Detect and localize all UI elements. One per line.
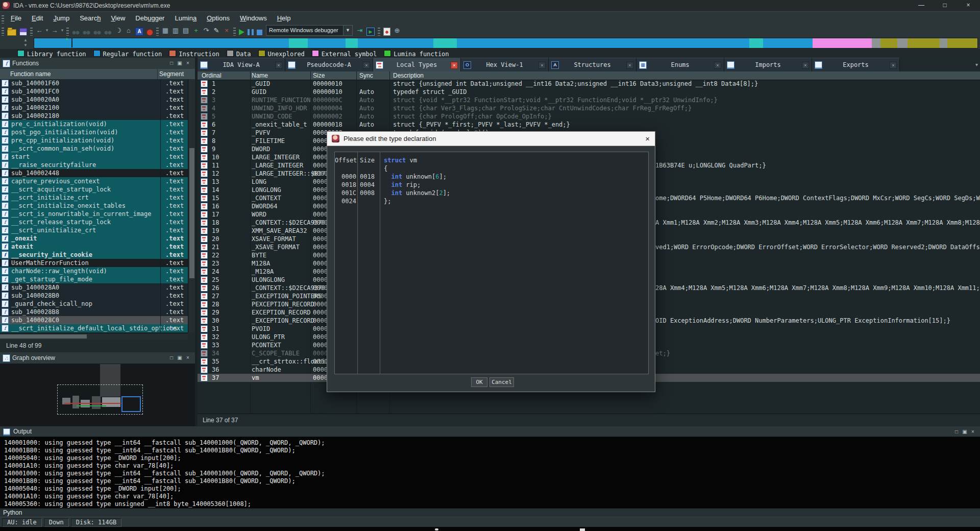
tab-imports[interactable]: Imports× bbox=[724, 58, 812, 71]
menu-file[interactable]: File bbox=[6, 12, 27, 25]
tab-hex-view-1[interactable]: OHex View-1× bbox=[461, 58, 549, 71]
function-row[interactable]: fsub_1400020A0.text bbox=[0, 95, 188, 104]
debugger-selector[interactable]: Remote Windows debugger▼ bbox=[266, 25, 353, 36]
tab-close-icon[interactable]: × bbox=[275, 62, 282, 69]
function-row[interactable]: fatexit.text bbox=[0, 243, 188, 251]
menu-help[interactable]: Help bbox=[272, 12, 296, 25]
tab-close-icon[interactable]: × bbox=[363, 62, 370, 69]
close-button[interactable]: × bbox=[957, 0, 980, 11]
text-search-icon[interactable] bbox=[72, 29, 80, 36]
functions-vscrollbar[interactable] bbox=[188, 79, 195, 332]
attach-process-icon[interactable]: ⇥ bbox=[356, 24, 363, 37]
scrollbar-thumb[interactable] bbox=[0, 334, 87, 339]
type-row[interactable]: 3RUNTIME_FUNCTION0000000CAutostruct {voi… bbox=[198, 96, 980, 104]
edit-segment-icon[interactable]: ▥ bbox=[172, 24, 179, 37]
stop-process-icon[interactable] bbox=[257, 30, 262, 35]
maximize-panel-icon[interactable]: ▣ bbox=[176, 352, 184, 364]
tab-close-icon[interactable]: × bbox=[538, 62, 546, 69]
close-panel-icon[interactable]: × bbox=[184, 352, 192, 364]
function-row[interactable]: f__scrt_common_main_seh(void).text bbox=[0, 144, 188, 153]
menu-windows[interactable]: Windows bbox=[235, 12, 272, 25]
menu-search[interactable]: Search bbox=[75, 12, 106, 25]
menu-jump[interactable]: Jump bbox=[48, 12, 75, 25]
scrollbar-thumb[interactable] bbox=[189, 148, 194, 278]
menu-debugger[interactable]: Debugger bbox=[130, 12, 169, 25]
minimize-button[interactable]: — bbox=[910, 0, 933, 11]
function-row[interactable]: f__scrt_initialize_onexit_tables.text bbox=[0, 202, 188, 210]
tab-overflow-icon[interactable]: ▾ bbox=[975, 62, 978, 67]
graph-overview-canvas[interactable] bbox=[0, 364, 195, 426]
function-row[interactable]: fsub_1400028B0.text bbox=[0, 292, 188, 300]
column-function-name[interactable]: Function name bbox=[10, 69, 51, 79]
type-declaration-editor[interactable]: OffsetSizestruct vm{00000018 int unknown… bbox=[334, 152, 649, 374]
tab-close-icon[interactable]: × bbox=[626, 62, 633, 69]
save-icon[interactable] bbox=[19, 28, 27, 36]
function-row[interactable]: fcharNode::raw_length(void).text bbox=[0, 267, 188, 275]
function-row[interactable]: fsub_1400028C0.text bbox=[0, 316, 188, 324]
function-row[interactable]: fsub_140002180.text bbox=[0, 112, 188, 120]
type-row[interactable]: 6_onexit_table_t00000018Autostruct {_PVF… bbox=[198, 120, 980, 129]
function-row[interactable]: fstart.text bbox=[0, 153, 188, 161]
function-row[interactable]: fpost_pgo_initialization(void).text bbox=[0, 128, 188, 136]
strings-window-icon[interactable]: A bbox=[135, 28, 143, 36]
output-log[interactable]: 140001000: using guessed type __int64 __… bbox=[0, 437, 980, 508]
navigation-band[interactable] bbox=[34, 38, 978, 49]
combo-dropdown-icon[interactable]: ▼ bbox=[343, 26, 352, 35]
maximize-panel-icon[interactable]: ▣ bbox=[961, 426, 969, 438]
function-row[interactable]: f__scrt_initialize_default_local_stdio_o… bbox=[0, 324, 188, 332]
functions-column-header[interactable]: Function name Segment bbox=[0, 69, 195, 80]
float-panel-icon[interactable]: □ bbox=[167, 352, 176, 364]
edit-function-icon[interactable]: ✎ bbox=[213, 24, 220, 37]
navband-up-icon[interactable]: ▲ bbox=[23, 38, 29, 42]
tab-close-icon[interactable]: × bbox=[714, 62, 721, 69]
binary-search-icon[interactable] bbox=[93, 29, 101, 36]
add-watch-icon[interactable]: ⊕ bbox=[394, 24, 401, 37]
menu-edit[interactable]: Edit bbox=[27, 12, 48, 25]
start-process-icon[interactable] bbox=[239, 29, 244, 35]
functions-panel-titlebar[interactable]: f Functions □▣× bbox=[0, 58, 195, 69]
type-row[interactable]: 5UNWIND_CODE00000002Autostruct {char Pro… bbox=[198, 112, 980, 120]
output-titlebar[interactable]: Output □▣× bbox=[0, 426, 980, 437]
record-trace-icon[interactable] bbox=[146, 29, 153, 36]
function-row[interactable]: fpre_c_initialization(void).text bbox=[0, 120, 188, 128]
function-row[interactable]: fUserMathErrorFunction.text bbox=[0, 259, 188, 267]
ok-button[interactable]: OK bbox=[471, 377, 487, 387]
menu-lumina[interactable]: Lumina bbox=[169, 12, 202, 25]
continue-process-icon[interactable]: ▶ bbox=[366, 28, 375, 36]
function-row[interactable]: f__scrt_uninitialize_crt.text bbox=[0, 226, 188, 234]
dark-mode-icon[interactable]: ☽ bbox=[115, 24, 122, 37]
type-row[interactable]: 2GUID00000010Autotypedef struct _GUID bbox=[198, 88, 980, 96]
dialog-titlebar[interactable]: Please edit the type declaration × bbox=[327, 132, 655, 146]
float-panel-icon[interactable]: □ bbox=[167, 58, 176, 69]
function-row[interactable]: f_get_startup_file_mode.text bbox=[0, 275, 188, 283]
back-history-icon[interactable]: ▾ bbox=[45, 24, 49, 37]
reanalyze-icon[interactable]: ↷ bbox=[203, 24, 210, 37]
maximize-panel-icon[interactable]: ▣ bbox=[176, 58, 184, 69]
column-sync[interactable]: Sync bbox=[359, 71, 373, 80]
function-row[interactable]: fsub_140001F60.text bbox=[0, 79, 188, 87]
tab-pseudocode-a[interactable]: Pseudocode-A× bbox=[285, 58, 373, 71]
tab-exports[interactable]: Exports× bbox=[812, 58, 900, 71]
type-row[interactable]: 1_GUID00000010struct {unsigned int Data1… bbox=[198, 80, 980, 88]
tab-close-icon[interactable]: × bbox=[890, 62, 897, 69]
column-name[interactable]: Name bbox=[252, 71, 268, 80]
move-segment-icon[interactable]: ▤ bbox=[182, 24, 189, 37]
open-file-icon[interactable] bbox=[7, 29, 16, 36]
jump-address-icon[interactable]: ⌂ bbox=[125, 24, 132, 37]
undefine-icon[interactable]: × bbox=[223, 24, 230, 37]
pause-process-icon[interactable] bbox=[248, 29, 254, 35]
function-row[interactable]: f__scrt_acquire_startup_lock.text bbox=[0, 185, 188, 194]
tab-ida-view-a[interactable]: IDA View-A× bbox=[198, 58, 285, 71]
tab-structures[interactable]: AStructures× bbox=[549, 58, 636, 71]
functions-hscrollbar[interactable] bbox=[0, 333, 188, 340]
cancel-button[interactable]: Cancel bbox=[489, 377, 514, 387]
column-description[interactable]: Description bbox=[393, 71, 424, 80]
type-row[interactable]: 4UNWIND_INFO_HDR00000004Autostruct {char… bbox=[198, 104, 980, 112]
function-row[interactable]: f__security_init_cookie.text bbox=[0, 251, 188, 259]
close-panel-icon[interactable]: × bbox=[184, 58, 192, 69]
binary-search-next-icon[interactable] bbox=[104, 29, 112, 36]
text-search-next-icon[interactable] bbox=[83, 29, 90, 36]
python-prompt[interactable]: Python bbox=[0, 508, 980, 517]
maximize-button[interactable]: □ bbox=[933, 0, 957, 11]
navigate-back-icon[interactable]: ← bbox=[36, 24, 43, 37]
